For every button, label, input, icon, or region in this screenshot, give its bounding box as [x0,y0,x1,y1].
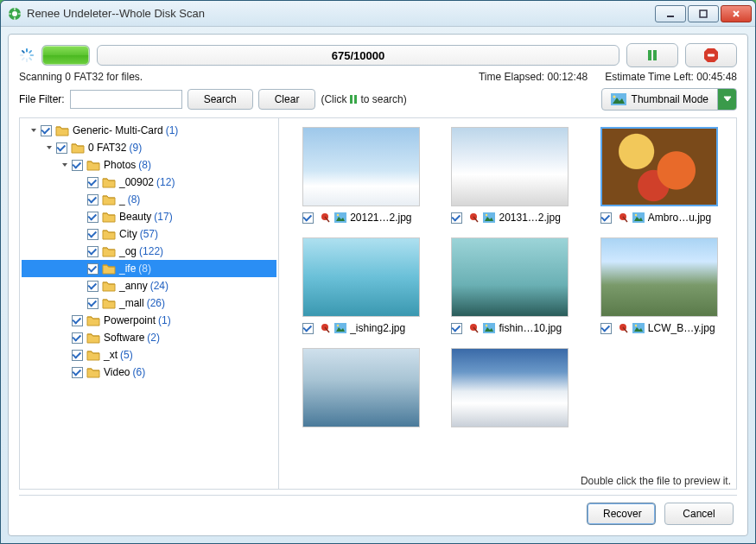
thumbnail-filename: Ambro…u.jpg [648,212,711,224]
clear-button[interactable]: Clear [258,89,316,110]
file-filter-input[interactable] [70,90,182,109]
expand-toggle-icon [60,350,70,360]
tree-checkbox[interactable] [72,160,83,171]
spinner-icon [19,47,35,63]
thumbnail-checkbox[interactable] [302,212,314,224]
thumbnail-checkbox[interactable] [600,323,612,334]
tree-row[interactable]: _og (122) [22,243,276,260]
expand-toggle-icon [75,298,86,308]
thumbnail-meta: 20131…2.jpg [451,212,569,224]
tree-checkbox[interactable] [87,281,98,292]
tree-row[interactable]: _00902 (12) [22,174,276,191]
main-split: Generic- Multi-Card (1)0 FAT32 (9)Photos… [19,117,737,490]
tree-checkbox[interactable] [87,298,98,309]
tree-row[interactable]: City (57) [22,225,276,243]
thumbnail-card[interactable]: Ambro…u.jpg [588,127,731,224]
tree-checkbox[interactable] [87,194,98,206]
expand-toggle-icon [75,246,86,256]
tree-checkbox[interactable] [56,142,67,154]
tree-checkbox[interactable] [72,367,83,378]
stop-button[interactable] [685,43,737,67]
tree-checkbox[interactable] [72,350,83,361]
thumbnail-image[interactable] [302,237,420,317]
tree-row[interactable]: Beauty (17) [22,208,276,225]
tree-row[interactable]: _ (8) [22,191,276,208]
folder-icon [86,159,100,171]
thumbnail-checkbox[interactable] [600,212,612,224]
thumbnail-card[interactable]: 20121…2.jpg [289,127,433,224]
thumbnail-image[interactable] [451,348,569,427]
thumbnail-checkbox[interactable] [302,323,314,334]
image-icon [334,323,346,333]
thumbnail-checkbox[interactable] [451,323,462,334]
thumbnail-image[interactable] [302,127,420,206]
thumbnail-image[interactable] [302,348,420,427]
preview-hint: Double click the file to preview it. [279,471,736,489]
thumbnail-icon [611,93,626,105]
recover-button[interactable]: Recover [587,503,656,525]
thumbnail-filename: fishin…10.jpg [499,322,562,334]
tree-item-label: Software [104,332,144,344]
thumbnail-meta: fishin…10.jpg [451,322,569,334]
pause-button[interactable] [626,43,678,67]
cancel-button[interactable]: Cancel [664,503,734,525]
window-controls [655,5,752,22]
tree-checkbox[interactable] [72,332,83,344]
image-icon [483,212,495,223]
close-button[interactable] [721,5,752,22]
thumbnail-card[interactable]: LCW_B…y.jpg [588,237,731,334]
svg-rect-4 [653,50,657,60]
tree-item-label: _ [119,193,125,206]
tree-row[interactable]: _anny (24) [22,277,276,294]
view-mode-dropdown[interactable]: Thumbnail Mode [601,88,737,111]
maximize-button[interactable] [688,5,719,22]
svg-rect-21 [632,212,645,223]
expand-toggle-icon[interactable] [29,125,39,136]
thumbnail-image[interactable] [451,127,569,206]
tree-checkbox[interactable] [87,229,98,240]
tree-row[interactable]: _xt (5) [22,346,276,364]
tree-checkbox[interactable] [87,212,98,223]
tree-row[interactable]: Software (2) [22,329,276,346]
minimize-button[interactable] [655,5,686,22]
folder-icon [102,176,116,188]
expand-toggle-icon[interactable] [44,142,54,153]
folder-tree[interactable]: Generic- Multi-Card (1)0 FAT32 (9)Photos… [20,118,279,489]
folder-icon [102,297,116,309]
tree-checkbox[interactable] [72,315,83,326]
thumbnail-card[interactable]: _ishing2.jpg [289,237,433,334]
thumbnail-grid[interactable]: 20121…2.jpg20131…2.jpgAmbro…u.jpg_ishing… [279,118,736,471]
thumbnail-card[interactable]: 20131…2.jpg [438,127,581,224]
thumbnail-card[interactable]: fishin…10.jpg [438,237,581,334]
chevron-down-icon[interactable] [717,89,736,110]
filter-row: File Filter: Search Clear (Click to sear… [19,88,737,111]
client-area: 675/10000 Scanning 0 FAT32 for files. Ti… [8,34,748,536]
thumbnail-checkbox[interactable] [451,212,462,224]
tree-checkbox[interactable] [87,177,98,188]
tree-row[interactable]: _ife (8) [22,260,276,277]
thumbnail-card[interactable] [289,348,433,427]
search-button[interactable]: Search [187,89,253,110]
tree-row[interactable]: Powerpoint (1) [22,312,276,329]
expand-toggle-icon[interactable] [60,160,70,170]
thumbnail-image[interactable] [600,237,718,317]
tree-item-count: (5) [120,349,133,361]
tree-item-count: (12) [156,176,175,188]
thumbnail-card[interactable] [438,348,581,427]
tree-item-label: _anny [119,280,148,292]
tree-checkbox[interactable] [87,263,98,275]
expand-toggle-icon [60,332,70,343]
tree-row[interactable]: Photos (8) [22,156,276,174]
tree-row[interactable]: _mall (26) [22,294,276,312]
tree-item-count: (57) [140,228,158,240]
tree-row[interactable]: 0 FAT32 (9) [22,139,276,156]
folder-icon [86,349,100,361]
pin-icon [469,323,480,333]
thumbnail-meta: _ishing2.jpg [302,322,420,334]
tree-checkbox[interactable] [41,125,52,136]
tree-row[interactable]: Video (6) [22,364,276,381]
thumbnail-image[interactable] [600,127,718,206]
tree-checkbox[interactable] [87,246,98,257]
tree-row[interactable]: Generic- Multi-Card (1) [22,122,276,139]
thumbnail-image[interactable] [451,237,569,317]
